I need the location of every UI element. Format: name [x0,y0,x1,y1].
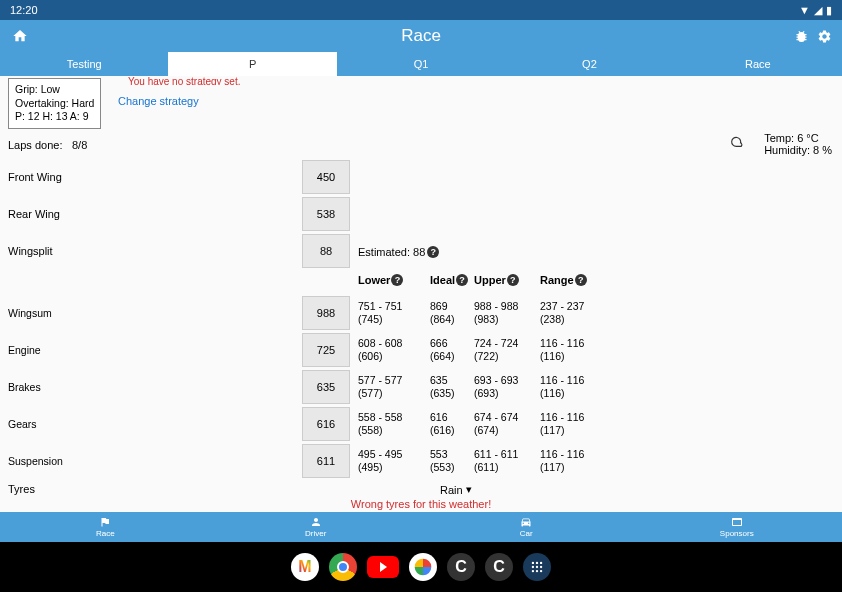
row-gears: Gears 616 558 - 558(558) 616(616) 674 - … [8,407,596,441]
youtube-app-icon[interactable] [367,556,399,578]
laps-done-label: Laps done: [8,139,62,151]
app-drawer-icon[interactable] [523,553,551,581]
tab-p[interactable]: P [168,52,336,76]
home-icon[interactable] [12,28,28,44]
input-rear-wing[interactable]: 538 [302,197,350,231]
page-title: Race [401,26,441,46]
label-wingsum: Wingsum [8,307,302,319]
strategy-warning-cut: You have no strategy set. [128,76,241,85]
svg-point-2 [540,562,542,564]
status-icons: ▼ ◢ ▮ [799,4,832,17]
row-front-wing: Front Wing 450 [8,160,350,194]
status-time: 12:20 [10,4,38,16]
main-content: Grip: Low Overtaking: Hard P: 12 H: 13 A… [0,76,842,512]
change-strategy-link[interactable]: Change strategy [118,95,199,107]
nav-driver[interactable]: Driver [211,512,422,542]
header-lower: Lower [358,274,390,286]
track-pha: P: 12 H: 13 A: 9 [15,110,94,124]
svg-point-1 [536,562,538,564]
column-headers: Lower? Ideal? Upper? Range? [358,274,596,286]
row-wingsplit: Wingsplit 88 [8,234,350,268]
label-engine: Engine [8,344,302,356]
android-status-bar: 12:20 ▼ ◢ ▮ [0,0,842,20]
input-wingsum[interactable]: 988 [302,296,350,330]
help-icon[interactable]: ? [456,274,468,286]
svg-point-0 [532,562,534,564]
help-icon[interactable]: ? [391,274,403,286]
battery-icon: ▮ [826,4,832,17]
laps-done-value: 8/8 [72,139,87,151]
android-system-bar: M C C [0,542,842,592]
session-tabs: Testing P Q1 Q2 Race [0,52,842,76]
weather-humidity: Humidity: 8 % [764,144,832,156]
row-tyres: Tyres [8,483,302,495]
row-rear-wing: Rear Wing 538 [8,197,350,231]
settings-icon[interactable] [817,29,832,44]
help-icon[interactable]: ? [575,274,587,286]
svg-point-8 [540,570,542,572]
svg-point-3 [532,566,534,568]
nav-car[interactable]: Car [421,512,632,542]
input-front-wing[interactable]: 450 [302,160,350,194]
row-wingsum: Wingsum 988 751 - 751(745) 869(864) 988 … [8,296,596,330]
app-icon-1[interactable]: C [447,553,475,581]
label-rear-wing: Rear Wing [8,208,302,220]
header-ideal: Ideal [430,274,455,286]
nav-race[interactable]: Race [0,512,211,542]
label-wingsplit: Wingsplit [8,245,302,257]
tyres-warning: Wrong tyres for this weather! [351,498,491,510]
app-icon-2[interactable]: C [485,553,513,581]
bottom-nav: Race Driver Car Sponsors [0,512,842,542]
weather-temp: Temp: 6 °C [764,132,832,144]
label-gears: Gears [8,418,302,430]
tyres-dropdown[interactable]: Rain ▾ [440,483,472,496]
row-brakes: Brakes 635 577 - 577(577) 635(635) 693 -… [8,370,596,404]
input-engine[interactable]: 725 [302,333,350,367]
bug-icon[interactable] [794,29,809,44]
svg-point-6 [532,570,534,572]
signal-icon: ◢ [814,4,822,17]
svg-point-5 [540,566,542,568]
cloud-icon [730,136,748,150]
input-brakes[interactable]: 635 [302,370,350,404]
row-suspension: Suspension 611 495 - 495(495) 553(553) 6… [8,444,596,478]
wifi-icon: ▼ [799,4,810,16]
label-suspension: Suspension [8,455,302,467]
header-upper: Upper [474,274,506,286]
chevron-down-icon: ▾ [466,483,472,496]
label-front-wing: Front Wing [8,171,302,183]
header-range: Range [540,274,574,286]
tab-q2[interactable]: Q2 [505,52,673,76]
track-info-box: Grip: Low Overtaking: Hard P: 12 H: 13 A… [8,78,101,129]
weather-info: Temp: 6 °C Humidity: 8 % [764,132,832,156]
estimated-value: Estimated: 88 ? [358,246,439,258]
gmail-app-icon[interactable]: M [291,553,319,581]
tab-q1[interactable]: Q1 [337,52,505,76]
label-brakes: Brakes [8,381,302,393]
track-overtaking: Overtaking: Hard [15,97,94,111]
photos-app-icon[interactable] [409,553,437,581]
input-suspension[interactable]: 611 [302,444,350,478]
input-gears[interactable]: 616 [302,407,350,441]
chrome-app-icon[interactable] [329,553,357,581]
nav-sponsors[interactable]: Sponsors [632,512,843,542]
label-tyres: Tyres [8,483,302,495]
svg-point-4 [536,566,538,568]
help-icon[interactable]: ? [427,246,439,258]
tab-testing[interactable]: Testing [0,52,168,76]
tab-race[interactable]: Race [674,52,842,76]
track-grip: Grip: Low [15,83,94,97]
svg-point-7 [536,570,538,572]
help-icon[interactable]: ? [507,274,519,286]
input-wingsplit[interactable]: 88 [302,234,350,268]
row-engine: Engine 725 608 - 608(606) 666(664) 724 -… [8,333,596,367]
app-bar: Race [0,20,842,52]
